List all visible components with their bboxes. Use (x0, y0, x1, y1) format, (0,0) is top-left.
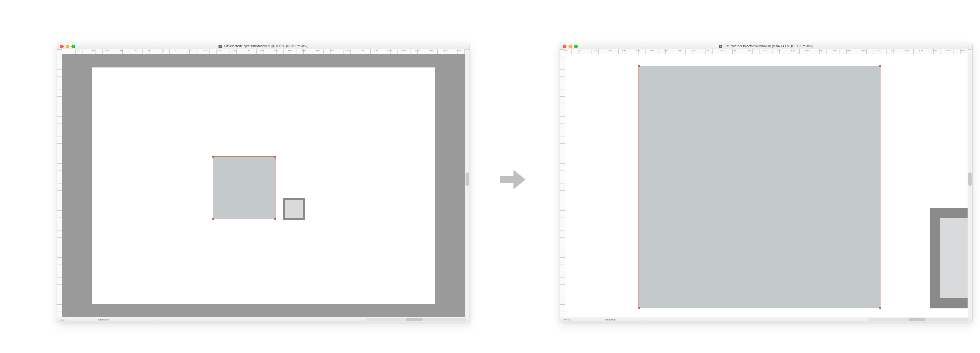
canvas-viewport[interactable] (62, 54, 465, 317)
selection-handle-nw[interactable] (212, 156, 214, 158)
ruler-tick-label: 600 (231, 50, 245, 54)
ruler-tick-label: 1250 (916, 50, 931, 54)
window-title: × FitSelectedObjectsInWindow.ai @ 840.41… (560, 44, 972, 48)
horizontal-scrollbar[interactable] (869, 318, 969, 321)
unselected-rectangle[interactable] (930, 208, 967, 308)
ruler-tick-label: 1150 (386, 50, 400, 54)
comparison-stage: × FitSelectedObjectsInWindow.ai @ 100 % … (0, 0, 980, 353)
horizontal-ruler[interactable]: 0501001502002503003504004505005506006507… (565, 50, 967, 54)
selection-handle-ne[interactable] (274, 156, 276, 158)
document-close-icon[interactable]: × (719, 45, 722, 48)
selection-handle-ne[interactable] (879, 65, 881, 67)
illustrator-window-after: × FitSelectedObjectsInWindow.ai @ 840.41… (560, 43, 973, 322)
ruler-tick-label: 1100 (874, 50, 888, 54)
document-title-text: FitSelectedObjectsInWindow.ai @ 100 % (R… (224, 44, 309, 48)
ruler-tick-label: 1200 (902, 50, 916, 54)
ruler-tick-label: 500 (705, 50, 719, 54)
selection-handle-se[interactable] (879, 307, 881, 309)
ruler-tick-label: 550 (217, 50, 231, 54)
ruler-tick-label: 1350 (442, 50, 456, 54)
ruler-tick-label: 0 (62, 50, 76, 54)
document-title-text: FitSelectedObjectsInWindow.ai @ 840.41 %… (725, 44, 813, 48)
ruler-tick-label: 150 (104, 50, 118, 54)
selection-info: Selection (98, 318, 109, 321)
arrow-right-icon (500, 168, 526, 192)
ruler-tick-label: 50 (76, 50, 90, 54)
ruler-tick-label: 550 (719, 50, 733, 54)
selected-rectangle[interactable] (638, 66, 880, 308)
selection-handle-nw[interactable] (638, 65, 640, 67)
window-title: × FitSelectedObjectsInWindow.ai @ 100 % … (57, 44, 469, 48)
selection-info: Selection (605, 318, 616, 321)
ruler-tick-label: 800 (790, 50, 804, 54)
ruler-tick-label: 700 (259, 50, 273, 54)
ruler-tick-label: 450 (189, 50, 203, 54)
ruler-tick-label: 50 (579, 50, 593, 54)
ruler-tick-label: 750 (776, 50, 790, 54)
selected-rectangle[interactable] (213, 157, 275, 219)
ruler-tick-label: 1200 (400, 50, 414, 54)
window-controls (57, 45, 75, 48)
ruler-tick-label: 1400 (959, 50, 973, 54)
document-close-icon[interactable]: × (218, 45, 222, 48)
scrollbar-thumb[interactable] (466, 173, 469, 186)
selection-handle-sw[interactable] (212, 218, 214, 220)
horizontal-scrollbar[interactable] (366, 318, 466, 321)
ruler-tick-label: 150 (607, 50, 621, 54)
ruler-tick-label: 600 (733, 50, 748, 54)
ruler-tick-label: 200 (621, 50, 635, 54)
titlebar: × FitSelectedObjectsInWindow.ai @ 840.41… (560, 43, 972, 50)
scrollbar-thumb[interactable] (908, 318, 925, 321)
ruler-tick-label: 950 (832, 50, 846, 54)
ruler-tick-label: 500 (203, 50, 217, 54)
ruler-tick-label: 250 (635, 50, 649, 54)
ruler-tick-label: 200 (118, 50, 132, 54)
window-controls (560, 45, 578, 48)
ruler-tick-label: 900 (315, 50, 329, 54)
close-icon[interactable] (60, 45, 64, 48)
ruler-tick-label: 1050 (860, 50, 874, 54)
zoom-icon[interactable] (574, 45, 578, 48)
titlebar: × FitSelectedObjectsInWindow.ai @ 100 % … (57, 43, 469, 50)
ruler-tick-label: 1150 (888, 50, 902, 54)
ruler-tick-label: 0 (565, 50, 579, 54)
ruler-tick-label: 350 (161, 50, 175, 54)
ruler-tick-label: 450 (691, 50, 705, 54)
illustrator-window-before: × FitSelectedObjectsInWindow.ai @ 100 % … (57, 43, 470, 322)
ruler-tick-label: 900 (818, 50, 832, 54)
cursor-coordinates: -44.4 0 (563, 318, 571, 321)
ruler-tick-label: 1350 (945, 50, 959, 54)
ruler-tick-label: 1000 (344, 50, 358, 54)
scrollbar-thumb[interactable] (968, 173, 972, 186)
unselected-rectangle[interactable] (283, 198, 305, 220)
zoom-icon[interactable] (72, 45, 75, 48)
ruler-tick-label: 100 (593, 50, 607, 54)
status-bar: 100 Selection (57, 317, 469, 322)
minimize-icon[interactable] (568, 45, 572, 48)
ruler-tick-label: 800 (287, 50, 301, 54)
ruler-tick-label: 1300 (931, 50, 945, 54)
zoom-level[interactable]: 100 (60, 318, 64, 321)
ruler-tick-label: 1250 (414, 50, 428, 54)
ruler-tick-label: 1050 (358, 50, 372, 54)
selection-handle-sw[interactable] (638, 307, 640, 309)
vertical-ruler[interactable] (57, 50, 62, 317)
vertical-scrollbar[interactable] (465, 54, 469, 317)
close-icon[interactable] (563, 45, 566, 48)
ruler-tick-label: 750 (273, 50, 287, 54)
ruler-tick-label: 100 (90, 50, 104, 54)
selection-handle-se[interactable] (274, 218, 276, 220)
ruler-labels: 0501001502002503003504004505005506006507… (62, 50, 465, 54)
minimize-icon[interactable] (66, 45, 69, 48)
scrollbar-thumb[interactable] (406, 318, 423, 321)
ruler-tick-label: 400 (677, 50, 691, 54)
vertical-scrollbar[interactable] (967, 54, 972, 317)
canvas-viewport[interactable] (565, 54, 967, 317)
status-bar: -44.4 0 Selection (560, 317, 972, 322)
ruler-tick-label: 950 (329, 50, 344, 54)
ruler-tick-label: 350 (663, 50, 677, 54)
ruler-tick-label: 850 (804, 50, 818, 54)
vertical-ruler[interactable] (560, 50, 565, 317)
horizontal-ruler[interactable]: 0501001502002503003504004505005506006507… (62, 50, 465, 54)
ruler-tick-label: 650 (748, 50, 762, 54)
